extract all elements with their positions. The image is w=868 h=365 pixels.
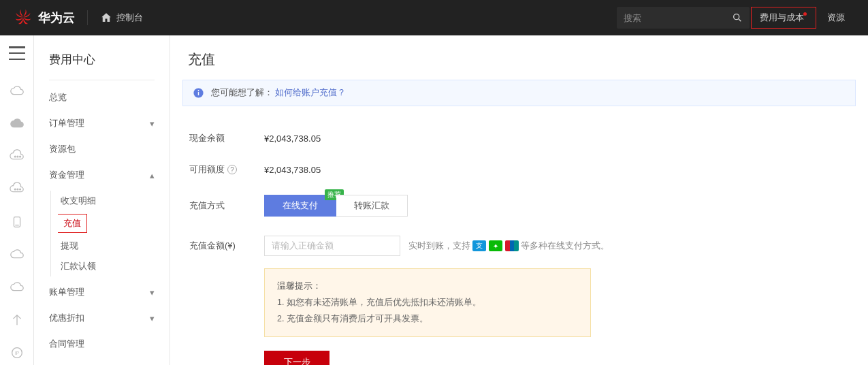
rail-icon-cloud-3[interactable] bbox=[0, 241, 34, 268]
sidebar-sub-recharge[interactable]: 充值 bbox=[58, 214, 87, 233]
brand-logo[interactable]: 华为云 bbox=[14, 8, 75, 27]
amount-note: 实时到账，支持 支 ✦ 等多种在线支付方式。 bbox=[408, 240, 609, 252]
chevron-down-icon: ▾ bbox=[150, 118, 155, 129]
unionpay-icon bbox=[505, 240, 519, 251]
row-cash-balance: 现金余额 ¥2,043,738.05 bbox=[189, 123, 849, 154]
svg-line-1 bbox=[739, 19, 741, 21]
chevron-up-icon: ▴ bbox=[150, 170, 155, 180]
info-bar: 您可能想了解： 如何给账户充值？ bbox=[182, 80, 856, 106]
icon-rail: IP bbox=[0, 35, 34, 365]
sidebar-sub-income-expense[interactable]: 收支明细 bbox=[50, 191, 170, 211]
sidebar-item-label: 合同管理 bbox=[49, 338, 84, 350]
tip-line-2: 2. 充值金额只有消费后才可开具发票。 bbox=[277, 311, 578, 328]
rail-icon-dots[interactable] bbox=[0, 143, 34, 170]
info-link[interactable]: 如何给账户充值？ bbox=[275, 88, 346, 97]
method-label: 充值方式 bbox=[189, 200, 264, 212]
sidebar-item-discount[interactable]: 优惠折扣 ▾ bbox=[34, 305, 170, 331]
home-icon bbox=[100, 12, 112, 24]
svg-point-2 bbox=[14, 156, 16, 157]
svg-point-0 bbox=[734, 14, 739, 20]
sidebar-item-funds[interactable]: 资金管理 ▴ bbox=[34, 162, 170, 188]
sidebar-sublist-funds: 收支明细 充值 提现 汇款认领 bbox=[34, 188, 170, 279]
quota-value: ¥2,043,738.05 bbox=[264, 165, 321, 175]
rail-icon-dots-2[interactable] bbox=[0, 176, 34, 203]
tip-line-1: 1. 如您有未还清账单，充值后优先抵扣未还清账单。 bbox=[277, 295, 578, 311]
row-recharge-amount: 充值金额(¥) 实时到账，支持 支 ✦ 等多种在线支付方式。 bbox=[189, 226, 849, 266]
rail-icon-up[interactable] bbox=[0, 306, 34, 334]
chevron-down-icon: ▾ bbox=[150, 313, 155, 323]
sidebar-item-overview[interactable]: 总览 bbox=[34, 84, 170, 110]
tips-box: 温馨提示： 1. 如您有未还清账单，充值后优先抵扣未还清账单。 2. 充值金额只… bbox=[264, 268, 591, 337]
svg-point-6 bbox=[17, 189, 18, 190]
svg-point-17 bbox=[198, 90, 199, 91]
divider bbox=[49, 80, 155, 80]
sidebar: 费用中心 总览 订单管理 ▾ 资源包 资金管理 ▴ 收支明细 充值 提现 汇款认… bbox=[34, 35, 170, 365]
help-icon[interactable]: ? bbox=[227, 165, 237, 174]
sidebar-sub-withdraw[interactable]: 提现 bbox=[50, 236, 170, 256]
rail-icon-device[interactable] bbox=[0, 208, 34, 236]
svg-point-5 bbox=[14, 189, 16, 190]
next-button[interactable]: 下一步 bbox=[264, 351, 329, 365]
svg-point-4 bbox=[19, 156, 20, 157]
body-layout: IP 费用中心 总览 订单管理 ▾ 资源包 资金管理 ▴ 收支明细 充值 提现 … bbox=[0, 35, 868, 365]
brand-text: 华为云 bbox=[38, 10, 75, 26]
sidebar-item-bills[interactable]: 账单管理 ▾ bbox=[34, 279, 170, 305]
search-input[interactable] bbox=[624, 13, 719, 23]
sidebar-item-label: 资源包 bbox=[49, 143, 76, 155]
amount-input[interactable] bbox=[264, 236, 400, 256]
search-icon[interactable] bbox=[732, 12, 743, 23]
divider bbox=[87, 10, 88, 25]
tab-bank-transfer[interactable]: 转账汇款 bbox=[336, 195, 408, 217]
cash-value: ¥2,043,738.05 bbox=[264, 133, 321, 144]
quota-label: 可用额度 ? bbox=[189, 163, 264, 176]
rail-icon-cloud-4[interactable] bbox=[0, 274, 34, 301]
form-block: 现金余额 ¥2,043,738.05 可用额度 ? ¥2,043,738.05 … bbox=[170, 118, 868, 365]
svg-rect-16 bbox=[198, 92, 199, 95]
huawei-logo-icon bbox=[14, 8, 33, 27]
notification-dot bbox=[803, 12, 807, 16]
amount-label: 充值金额(¥) bbox=[189, 240, 264, 252]
sidebar-item-label: 订单管理 bbox=[49, 117, 84, 129]
sidebar-item-contract[interactable]: 合同管理 bbox=[34, 331, 170, 357]
main-content: 充值 您可能想了解： 如何给账户充值？ 现金余额 ¥2,043,738.05 可… bbox=[170, 35, 868, 365]
svg-point-3 bbox=[17, 156, 18, 157]
sidebar-item-resource-pack[interactable]: 资源包 bbox=[34, 136, 170, 162]
resource-link[interactable]: 资源 bbox=[818, 12, 854, 24]
sidebar-item-label: 资金管理 bbox=[49, 169, 84, 181]
rail-icon-cloud-2[interactable] bbox=[0, 110, 34, 138]
cash-label: 现金余额 bbox=[189, 132, 264, 144]
sidebar-item-label: 总览 bbox=[49, 91, 67, 104]
row-recharge-method: 充值方式 在线支付 推荐 转账汇款 bbox=[189, 185, 849, 226]
rail-icon-cloud[interactable] bbox=[0, 78, 34, 105]
alipay-icon: 支 bbox=[472, 240, 486, 251]
console-label: 控制台 bbox=[116, 12, 143, 24]
tab-online-pay[interactable]: 在线支付 推荐 bbox=[264, 195, 336, 217]
sidebar-item-label: 账单管理 bbox=[49, 286, 84, 298]
search-box[interactable] bbox=[617, 7, 750, 29]
info-icon bbox=[193, 87, 204, 99]
wechat-icon: ✦ bbox=[489, 240, 502, 251]
method-tabs: 在线支付 推荐 转账汇款 bbox=[264, 195, 408, 217]
console-link[interactable]: 控制台 bbox=[100, 12, 143, 24]
svg-text:IP: IP bbox=[14, 351, 18, 355]
cost-link[interactable]: 费用与成本 bbox=[751, 7, 816, 29]
hamburger-menu-icon[interactable] bbox=[9, 46, 25, 60]
page-title: 充值 bbox=[170, 35, 868, 80]
info-text: 您可能想了解： 如何给账户充值？ bbox=[211, 87, 346, 99]
chevron-down-icon: ▾ bbox=[150, 287, 155, 298]
sidebar-item-label: 优惠折扣 bbox=[49, 312, 84, 324]
tips-title: 温馨提示： bbox=[277, 279, 578, 295]
sidebar-item-orders[interactable]: 订单管理 ▾ bbox=[34, 110, 170, 136]
svg-point-7 bbox=[19, 189, 20, 190]
top-header: 华为云 控制台 费用与成本 资源 bbox=[0, 0, 868, 35]
row-available-quota: 可用额度 ? ¥2,043,738.05 bbox=[189, 154, 849, 185]
rail-icon-ip[interactable]: IP bbox=[0, 339, 34, 365]
sidebar-sub-remittance[interactable]: 汇款认领 bbox=[50, 256, 170, 276]
sidebar-title: 费用中心 bbox=[34, 52, 170, 80]
